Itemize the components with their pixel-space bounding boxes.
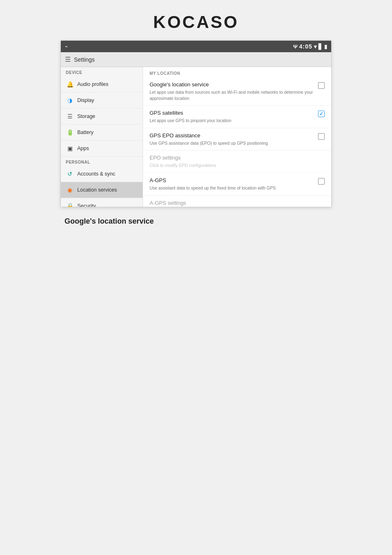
gps-epo-checkbox[interactable] — [318, 133, 325, 140]
epo-settings-desc: Click to modify EPO configurations — [150, 162, 325, 169]
a-gps-text: A-GPS Use assistant data to speed up the… — [150, 177, 315, 191]
sidebar-item-display[interactable]: ◑ Display — [61, 92, 143, 109]
a-gps-checkbox[interactable] — [318, 178, 325, 185]
sidebar-label-accounts-sync: Accounts & sync — [77, 171, 115, 177]
a-gps-desc: Use assistant data to speed up the fixed… — [150, 185, 315, 191]
accounts-sync-icon: ↺ — [66, 170, 74, 178]
gps-satellites-title: GPS satellites — [150, 110, 315, 117]
device-section-label: DEVICE — [61, 67, 143, 76]
right-panel: MY LOCATION Google's location service Le… — [143, 67, 331, 207]
setting-gps-satellites[interactable]: GPS satellites Let apps use GPS to pinpo… — [143, 106, 331, 128]
a-gps-settings-title: A-GPS settings — [150, 200, 325, 207]
my-location-label: MY LOCATION — [143, 67, 331, 77]
storage-icon: ☰ — [66, 112, 74, 120]
gps-epo-desc: Use GPS assistance data (EPO) to speed u… — [150, 140, 315, 146]
personal-section-label: PERSONAL — [61, 157, 143, 166]
sidebar-item-battery[interactable]: 🔋 Battery — [61, 125, 143, 141]
status-left: ⌁ — [65, 44, 68, 49]
brand-name: KOCASO — [153, 12, 239, 32]
sidebar-item-apps[interactable]: ▣ Apps — [61, 141, 143, 157]
sidebar-label-audio-profiles: Audio profiles — [77, 81, 108, 87]
caption-area: Google's location service — [60, 207, 332, 226]
setting-google-location[interactable]: Google's location service Let apps use d… — [143, 77, 331, 106]
sidebar-label-security: Security — [77, 203, 96, 207]
settings-back-icon[interactable]: ☰ — [65, 56, 71, 63]
title-bar-label: Settings — [74, 56, 95, 63]
usb-icon: ⌁ — [65, 44, 68, 49]
apps-icon: ▣ — [66, 144, 74, 153]
epo-settings-text: EPO settings Click to modify EPO configu… — [150, 155, 325, 169]
setting-a-gps-settings: A-GPS settings Set up A-GPS settings — [143, 196, 331, 207]
google-location-text: Google's location service Let apps use d… — [150, 81, 315, 101]
gps-epo-text: GPS EPO assistance Use GPS assistance da… — [150, 132, 315, 146]
epo-settings-title: EPO settings — [150, 155, 325, 162]
a-gps-title: A-GPS — [150, 177, 315, 184]
device-frame: ⌁ Ψ 4:05 ▾ ▋ ▮ ☰ Settings DEVICE 🔔 Audio… — [60, 40, 332, 207]
setting-epo-settings: EPO settings Click to modify EPO configu… — [143, 150, 331, 173]
status-right: Ψ 4:05 ▾ ▋ ▮ — [293, 43, 327, 50]
security-icon: 🔒 — [66, 202, 74, 207]
battery-icon: ▮ — [324, 44, 327, 50]
gps-satellites-text: GPS satellites Let apps use GPS to pinpo… — [150, 110, 315, 124]
brand-header: KOCASO — [0, 0, 392, 40]
a-gps-settings-text: A-GPS settings Set up A-GPS settings — [150, 200, 325, 207]
display-icon: ◑ — [66, 96, 74, 104]
setting-a-gps[interactable]: A-GPS Use assistant data to speed up the… — [143, 173, 331, 196]
sidebar-label-battery: Battery — [77, 130, 94, 135]
audio-profiles-icon: 🔔 — [66, 80, 74, 88]
signal-icon: ▋ — [318, 44, 323, 50]
caption-text: Google's location service — [65, 217, 332, 226]
wifi-icon: ▾ — [314, 44, 317, 50]
sidebar: DEVICE 🔔 Audio profiles ◑ Display ☰ Stor… — [61, 67, 143, 207]
title-bar: ☰ Settings — [61, 52, 331, 67]
status-time: 4:05 — [299, 43, 312, 50]
sidebar-item-location-services[interactable]: ◉ Location services — [61, 182, 143, 198]
fork-icon: Ψ — [293, 44, 297, 50]
google-location-checkbox[interactable] — [318, 82, 325, 89]
status-bar: ⌁ Ψ 4:05 ▾ ▋ ▮ — [61, 41, 331, 52]
sidebar-label-apps: Apps — [77, 146, 89, 151]
google-location-title: Google's location service — [150, 81, 315, 88]
gps-satellites-desc: Let apps use GPS to pinpoint your locati… — [150, 118, 315, 124]
sidebar-label-location-services: Location services — [77, 187, 117, 193]
battery-icon: 🔋 — [66, 128, 74, 136]
sidebar-item-storage[interactable]: ☰ Storage — [61, 109, 143, 125]
sidebar-item-security[interactable]: 🔒 Security — [61, 198, 143, 207]
sidebar-item-accounts-sync[interactable]: ↺ Accounts & sync — [61, 166, 143, 182]
sidebar-label-storage: Storage — [77, 113, 95, 119]
gps-satellites-checkbox[interactable] — [318, 111, 325, 117]
gps-epo-title: GPS EPO assistance — [150, 132, 315, 139]
main-content: DEVICE 🔔 Audio profiles ◑ Display ☰ Stor… — [61, 67, 331, 207]
google-location-desc: Let apps use data from sources such as W… — [150, 89, 315, 101]
setting-gps-epo[interactable]: GPS EPO assistance Use GPS assistance da… — [143, 128, 331, 151]
sidebar-label-display: Display — [77, 97, 94, 103]
sidebar-item-audio-profiles[interactable]: 🔔 Audio profiles — [61, 76, 143, 92]
location-services-icon: ◉ — [66, 186, 74, 194]
